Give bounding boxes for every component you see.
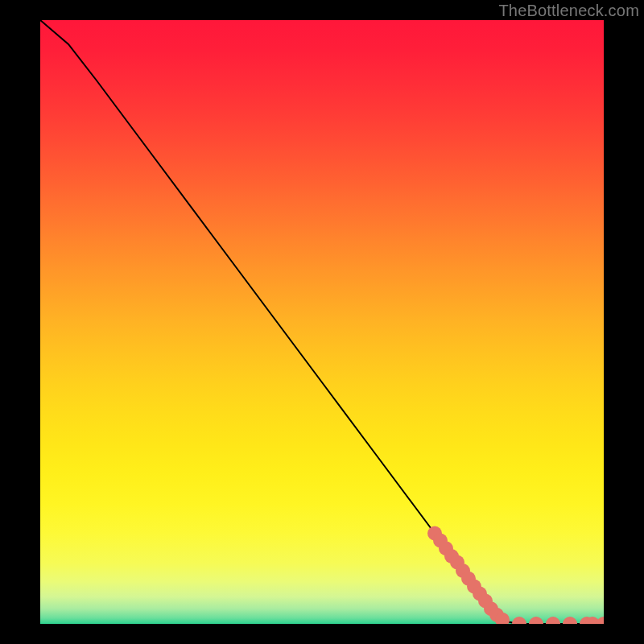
gradient-background bbox=[40, 20, 604, 624]
chart-svg bbox=[40, 20, 604, 624]
attribution-label: TheBottleneck.com bbox=[498, 2, 639, 20]
chart-frame: TheBottleneck.com bbox=[0, 0, 644, 644]
plot-area bbox=[40, 20, 604, 624]
